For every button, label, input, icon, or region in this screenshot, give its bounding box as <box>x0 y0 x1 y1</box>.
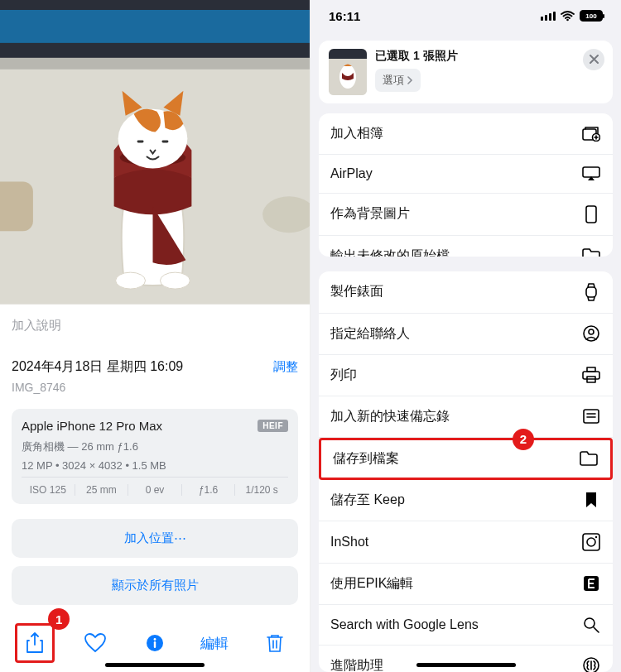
edit-button[interactable]: 編輯 <box>195 623 234 663</box>
svg-point-12 <box>154 638 156 641</box>
selection-title: 已選取 1 張照片 <box>375 49 458 64</box>
album-add-icon <box>581 125 601 142</box>
svg-rect-2 <box>0 10 310 43</box>
info-icon <box>146 634 164 652</box>
add-location-button[interactable]: 加入位置⋯ <box>12 519 298 558</box>
close-icon <box>590 55 599 64</box>
share-button[interactable] <box>15 623 55 663</box>
share-action-phone[interactable]: 作為背景圖片 <box>319 194 613 236</box>
wifi-icon <box>561 11 575 22</box>
share-action-note[interactable]: 加入新的快速備忘錄 <box>319 396 613 438</box>
caption-input[interactable]: 加入說明 <box>0 305 310 347</box>
folder-icon <box>579 451 599 466</box>
share-action-brain[interactable]: 進階助理 <box>319 646 613 672</box>
selection-thumbnail <box>329 49 367 95</box>
photo-detail-pane: 加入說明 2024年4月18日 星期四 16:09 調整 IMG_8746 Ap… <box>0 0 310 672</box>
share-action-bookmark[interactable]: 儲存至 Keep <box>319 480 613 521</box>
share-action-epik[interactable]: 使用EPIK編輯 <box>319 564 613 605</box>
svg-rect-26 <box>583 372 599 379</box>
svg-rect-27 <box>587 367 595 372</box>
home-indicator <box>105 663 205 667</box>
share-action-album-add[interactable]: 加入相簿 <box>319 113 613 155</box>
device-model: Apple iPhone 12 Pro Max <box>22 419 162 433</box>
bookmark-icon <box>581 492 601 508</box>
lens-info: 廣角相機 — 26 mm ƒ1.6 <box>22 439 288 454</box>
svg-point-31 <box>587 538 595 546</box>
share-action-inshot[interactable]: InShot <box>319 521 613 564</box>
share-action-label: 儲存到檔案 <box>333 450 399 468</box>
printer-icon <box>581 367 601 383</box>
epik-icon <box>581 575 601 592</box>
status-bar: 16:11 100 <box>310 0 621 32</box>
share-action-watch[interactable]: 製作錶面 <box>319 271 613 314</box>
file-id: IMG_8746 <box>12 381 298 394</box>
svg-rect-16 <box>329 49 367 59</box>
share-action-printer[interactable]: 列印 <box>319 355 613 396</box>
svg-rect-21 <box>583 167 599 177</box>
options-label: 選項 <box>383 73 404 88</box>
exif-aperture: ƒ1.6 <box>182 484 236 496</box>
svg-point-14 <box>566 19 569 22</box>
svg-point-7 <box>160 272 190 289</box>
share-action-label: Search with Google Lens <box>330 617 479 632</box>
info-button[interactable] <box>135 623 175 663</box>
options-button[interactable]: 選項 <box>375 69 421 92</box>
photo-date: 2024年4月18日 星期四 16:09 <box>12 358 183 376</box>
share-action-folder[interactable]: 2儲存到檔案 <box>319 438 613 480</box>
adjust-button[interactable]: 調整 <box>273 359 298 375</box>
airplay-icon <box>581 166 601 181</box>
share-action-label: 加入相簿 <box>330 125 383 142</box>
svg-rect-23 <box>586 287 596 297</box>
delete-button[interactable] <box>255 623 295 663</box>
share-action-airplay[interactable]: AirPlay <box>319 155 613 194</box>
share-actions-group-2: 製作錶面指定給聯絡人列印加入新的快速備忘錄2儲存到檔案儲存至 KeepInSho… <box>319 271 613 672</box>
share-action-search[interactable]: Search with Google Lens <box>319 605 613 646</box>
share-action-contact[interactable]: 指定給聯絡人 <box>319 314 613 355</box>
svg-rect-22 <box>586 206 596 223</box>
share-action-label: 輸出未修改的原始檔 <box>330 247 450 257</box>
phone-icon <box>581 205 601 223</box>
share-action-label: InShot <box>330 535 368 550</box>
share-sheet-header: 已選取 1 張照片 選項 <box>319 41 613 103</box>
svg-point-34 <box>585 618 595 628</box>
folder-icon <box>581 248 601 257</box>
favorite-button[interactable] <box>75 623 115 663</box>
home-indicator <box>416 663 516 667</box>
svg-rect-10 <box>161 141 168 143</box>
search-icon <box>581 617 601 633</box>
metadata-section: 2024年4月18日 星期四 16:09 調整 IMG_8746 <box>0 347 310 406</box>
photo-illustration <box>0 0 310 304</box>
share-action-label: 列印 <box>330 367 357 384</box>
watch-icon <box>581 283 601 301</box>
specs-info: 12 MP • 3024 × 4032 • 1.5 MB <box>22 459 288 472</box>
format-badge: HEIF <box>258 420 288 432</box>
contact-icon <box>581 325 601 342</box>
share-action-folder[interactable]: 輸出未修改的原始檔 <box>319 236 613 257</box>
exif-card: Apple iPhone 12 Pro Max HEIF 廣角相機 — 26 m… <box>12 409 298 504</box>
exif-shutter: 1/120 s <box>235 484 288 496</box>
callout-badge-2: 2 <box>513 429 534 450</box>
share-action-label: 進階助理 <box>330 657 383 672</box>
share-action-label: 使用EPIK編輯 <box>330 575 413 593</box>
share-action-label: 製作錶面 <box>330 283 383 300</box>
note-icon <box>581 409 601 424</box>
svg-rect-5 <box>0 181 33 231</box>
status-time: 16:11 <box>329 9 360 23</box>
share-action-label: 指定給聯絡人 <box>330 325 410 343</box>
svg-rect-9 <box>137 141 144 143</box>
inshot-icon <box>581 533 601 551</box>
exif-row: ISO 125 25 mm 0 ev ƒ1.6 1/120 s <box>22 477 288 496</box>
photo-viewport[interactable] <box>0 0 310 305</box>
callout-badge-1: 1 <box>48 608 70 630</box>
svg-rect-30 <box>583 534 599 550</box>
svg-rect-3 <box>0 58 310 70</box>
close-button[interactable] <box>583 49 604 70</box>
trash-icon <box>266 633 284 653</box>
battery-icon: 100 <box>580 10 603 22</box>
share-sheet-pane: 16:11 100 已選取 1 張照片 選項 加入相簿AirPlay作為背景圖片… <box>310 0 621 672</box>
show-in-all-photos-button[interactable]: 顯示於所有照片 <box>12 566 298 605</box>
exif-focal: 25 mm <box>75 484 129 496</box>
share-action-label: AirPlay <box>330 166 373 181</box>
svg-point-6 <box>116 272 146 289</box>
brain-icon <box>581 657 601 672</box>
